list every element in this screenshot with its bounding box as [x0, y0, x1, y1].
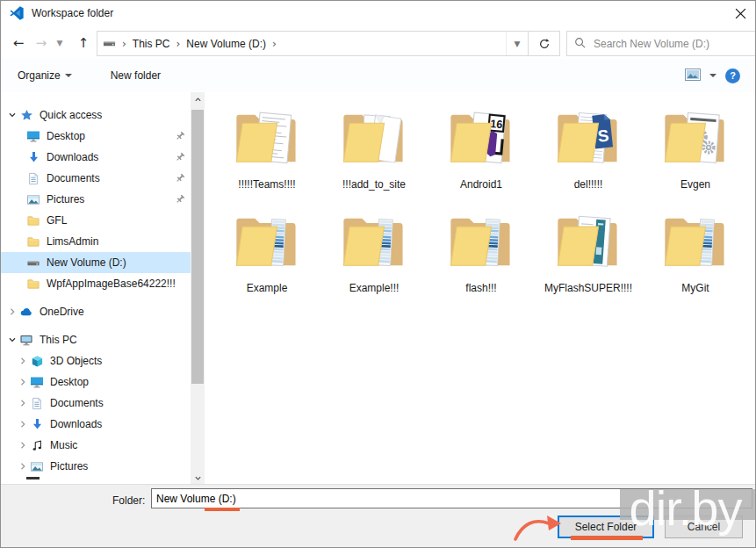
file-item-label: MyFlashSUPER!!!! [544, 282, 632, 294]
sidebar-item-pictures[interactable]: Pictures [0, 456, 191, 477]
folder-stripes-icon [337, 206, 411, 280]
sidebar-item-downloads[interactable]: Downloads [0, 147, 191, 168]
sidebar-item-pictures[interactable]: Pictures [0, 189, 191, 210]
view-mode-chevron-icon[interactable] [709, 74, 716, 77]
up-icon[interactable]: ↑ [72, 32, 95, 54]
sidebar-item-label: Desktop [50, 376, 89, 388]
select-folder-label: Select Folder [575, 521, 637, 533]
sidebar-item-this-pc[interactable]: This PC [0, 329, 191, 350]
breadcrumb-chevron-icon[interactable]: › [121, 38, 127, 50]
file-item-android1[interactable]: 16 Android1 [428, 103, 535, 194]
address-bar[interactable]: ›This PC›New Volume (D:)› ▼ [97, 31, 529, 56]
close-button[interactable] [724, 0, 756, 26]
chevron-right-icon[interactable] [5, 307, 19, 316]
search-box[interactable] [566, 31, 756, 56]
scrollbar-thumb[interactable] [191, 110, 204, 384]
main-pane: Quick accessDesktopDownloadsDocumentsPic… [0, 92, 756, 485]
quick-access-star-icon [19, 108, 33, 122]
sidebar-item-music[interactable]: Music [0, 435, 191, 456]
computer-icon [19, 333, 33, 347]
sidebar-item-downloads[interactable]: Downloads [0, 414, 191, 435]
file-item-mygit[interactable]: MyGit [642, 206, 749, 298]
sidebar-item-label: Pictures [50, 460, 88, 472]
breadcrumb-new-volume-d[interactable]: New Volume (D:) [181, 32, 271, 55]
sidebar-item-limsadmin[interactable]: LimsAdmin [0, 231, 191, 252]
chevron-down-icon[interactable] [5, 335, 19, 344]
sidebar-item-label: Desktop [47, 130, 85, 142]
music-icon [30, 438, 44, 452]
sidebar-item-documents[interactable]: Documents [0, 393, 191, 414]
file-item-add-to-site[interactable]: !!!add_to_site [320, 103, 428, 194]
sidebar-item-label: This PC [40, 334, 77, 346]
organize-button[interactable]: Organize [9, 69, 81, 82]
cube-icon [30, 354, 44, 368]
chevron-down-icon[interactable] [5, 111, 19, 119]
sidebar-item-wpfappimagebase64222[interactable]: WpfAppImageBase64222!!! [0, 273, 191, 294]
partial-tree-item [26, 477, 40, 480]
back-icon[interactable]: ← [7, 32, 30, 54]
pin-icon [175, 131, 185, 141]
sidebar-item-desktop[interactable]: Desktop [0, 371, 191, 393]
address-dropdown-chevron-icon[interactable]: ▼ [506, 32, 528, 55]
sidebar-item-onedrive[interactable]: OneDrive [0, 301, 191, 322]
file-item-del[interactable]: S del!!!!! [535, 103, 642, 194]
folder-vs16-icon: 16 [444, 103, 518, 177]
sidebar-item-3d-objects[interactable]: 3D Objects [0, 350, 191, 371]
sidebar-item-label: WpfAppImageBase64222!!! [47, 278, 176, 290]
sidebar-item-label: Pictures [47, 193, 84, 206]
breadcrumb-chevron-icon[interactable]: › [271, 38, 277, 50]
sidebar-item-quick-access[interactable]: Quick access [0, 105, 191, 126]
sidebar-item-gfl[interactable]: GFL [0, 210, 191, 231]
file-item-evgen[interactable]: Evgen [642, 103, 749, 194]
watermark-box [620, 489, 756, 520]
file-item-label: !!!add_to_site [342, 178, 406, 191]
view-mode-icon[interactable] [685, 68, 701, 83]
folder-label: Folder: [112, 494, 145, 507]
folder-teal-app-icon [551, 206, 625, 280]
breadcrumb: ›This PC›New Volume (D:)› [121, 32, 277, 55]
file-item-label: MyGit [681, 282, 709, 294]
folder-pages-icon [337, 103, 411, 177]
refresh-icon[interactable] [529, 31, 560, 56]
window-titlebar: Workspace folder [0, 0, 756, 26]
sidebar-item-documents[interactable]: Documents [0, 168, 191, 189]
folder-icon [26, 234, 40, 249]
help-icon[interactable]: ? [725, 68, 740, 83]
chevron-right-icon[interactable] [16, 378, 30, 386]
vscode-app-icon [9, 5, 25, 21]
file-item-label: flash!!! [465, 282, 496, 294]
sidebar-item-label: Music [50, 439, 77, 451]
file-item-example[interactable]: Example [213, 206, 320, 298]
file-item-flash[interactable]: flash!!! [428, 206, 535, 298]
folder-gears-icon [659, 103, 732, 177]
folder-stripes-icon [444, 206, 518, 280]
sidebar-item-new-volume-d[interactable]: New Volume (D:) [0, 252, 191, 273]
location-drive-icon[interactable] [97, 32, 121, 55]
chevron-right-icon[interactable] [16, 420, 30, 429]
sidebar-item-label: GFL [47, 214, 67, 227]
folder-s-file-icon: S [551, 103, 625, 177]
file-item-myflashsuper[interactable]: MyFlashSUPER!!!! [535, 206, 642, 298]
file-item-example[interactable]: Example!!! [320, 206, 428, 298]
sidebar-scrollbar[interactable] [191, 92, 205, 485]
search-input[interactable] [592, 37, 736, 51]
scroll-down-icon[interactable] [191, 471, 205, 485]
forward-icon[interactable]: → [30, 32, 53, 54]
new-folder-label: New folder [111, 69, 161, 82]
annotation-underline-folder-value [205, 508, 240, 511]
breadcrumb-chevron-icon[interactable]: › [176, 38, 182, 50]
file-item-teams[interactable]: !!!!!Teams!!!! [213, 103, 320, 194]
chevron-down-icon [65, 74, 72, 77]
sidebar-item-label: Documents [47, 172, 100, 184]
recent-locations-chevron-icon[interactable]: ▼ [53, 32, 67, 54]
new-folder-button[interactable]: New folder [102, 69, 169, 82]
sidebar-item-desktop[interactable]: Desktop [0, 126, 191, 147]
chevron-right-icon[interactable] [16, 441, 30, 450]
chevron-right-icon[interactable] [16, 357, 30, 365]
annotation-arrow-icon [512, 513, 563, 545]
chevron-right-icon[interactable] [16, 399, 30, 407]
scroll-up-icon[interactable] [191, 92, 205, 106]
chevron-right-icon[interactable] [16, 462, 30, 471]
breadcrumb-this-pc[interactable]: This PC [127, 32, 176, 55]
folder-icon [26, 277, 40, 291]
